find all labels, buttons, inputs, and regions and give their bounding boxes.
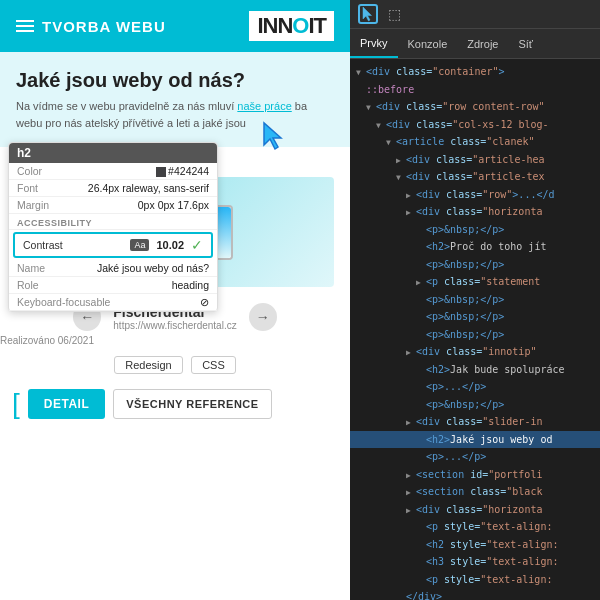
- logo-it: IT: [308, 13, 326, 38]
- dom-line: <div class="row">...</d: [350, 186, 600, 204]
- hero-text-part1: Na vídme se v webu pravidelně za nás mlu…: [16, 100, 237, 112]
- cursor-tool-icon[interactable]: [358, 4, 378, 24]
- dom-line: <div class="row content-row": [350, 98, 600, 116]
- hero-link[interactable]: naše práce: [237, 100, 291, 112]
- inspector-row-name: Name Jaké jsou weby od nás?: [9, 260, 217, 277]
- tab-konzole[interactable]: Konzole: [398, 29, 458, 58]
- dom-line: <p>&nbsp;</p>: [350, 221, 600, 239]
- dom-line: <h2>Proč do toho jít: [350, 238, 600, 256]
- dom-line: <p>...</p>: [350, 378, 600, 396]
- dom-line: <p>&nbsp;</p>: [350, 396, 600, 414]
- margin-value: 0px 0px 17.6px: [138, 199, 209, 211]
- dom-line: <p>...</p>: [350, 448, 600, 466]
- dom-tree[interactable]: <div class="container"> ::before <div cl…: [350, 59, 600, 600]
- tag-redesign[interactable]: Redesign: [114, 356, 182, 374]
- inspector-row-role: Role heading: [9, 277, 217, 294]
- dom-line: <div class="container">: [350, 63, 600, 81]
- accessibility-label: ACCESSIBILITY: [9, 214, 217, 230]
- site-logo: INNOIT: [249, 11, 334, 41]
- tag-buttons: Redesign CSS: [0, 350, 350, 380]
- keyboard-label: Keyboard-focusable: [17, 296, 110, 308]
- devtools-tabs: Prvky Konzole Zdroje Síť: [350, 29, 600, 59]
- color-value: #424244: [156, 165, 209, 177]
- dom-line: <p>&nbsp;</p>: [350, 308, 600, 326]
- inspector-row-keyboard: Keyboard-focusable ⊘: [9, 294, 217, 311]
- logo-o: O: [292, 13, 308, 38]
- inspector-tooltip: h2 Color #424244 Font 26.4px raleway, sa…: [8, 142, 218, 312]
- color-label: Color: [17, 165, 42, 177]
- margin-label: Margin: [17, 199, 49, 211]
- keyboard-value: ⊘: [200, 296, 209, 308]
- cursor-icon: [360, 6, 376, 22]
- tab-prvky[interactable]: Prvky: [350, 29, 398, 58]
- dom-line: <article class="clanek": [350, 133, 600, 151]
- cursor-pointer: [258, 121, 290, 157]
- dom-line: <p style="text-align:: [350, 518, 600, 536]
- portfolio-meta: Realizováno 06/2021: [0, 335, 350, 346]
- dom-line: <p>&nbsp;</p>: [350, 291, 600, 309]
- contrast-aa: Aa: [130, 239, 149, 251]
- dom-line: <div class="horizonta: [350, 203, 600, 221]
- name-value: Jaké jsou weby od nás?: [97, 262, 209, 274]
- dom-line: <section class="black: [350, 483, 600, 501]
- font-label: Font: [17, 182, 38, 194]
- dom-line: <div class="horizonta: [350, 501, 600, 519]
- dom-line: <div class="innotip": [350, 343, 600, 361]
- inspector-row-color: Color #424244: [9, 163, 217, 180]
- website-preview: TVORBA WEBU INNOIT Jaké jsou weby od nás…: [0, 0, 350, 600]
- font-value: 26.4px raleway, sans-serif: [88, 182, 209, 194]
- reference-button[interactable]: VŠECHNY REFERENCE: [113, 389, 271, 419]
- tab-sit[interactable]: Síť: [508, 29, 543, 58]
- dom-line: <p class="statement: [350, 273, 600, 291]
- dom-line: <div class="article-tex: [350, 168, 600, 186]
- dom-line-selected[interactable]: <h2>Jaké jsou weby od: [350, 431, 600, 449]
- dom-line: <p style="text-align:: [350, 571, 600, 589]
- site-header: TVORBA WEBU INNOIT: [0, 0, 350, 52]
- role-label: Role: [17, 279, 39, 291]
- devtools-toolbar: ⬚: [350, 0, 600, 29]
- box-tool-icon[interactable]: ⬚: [384, 4, 404, 24]
- check-icon: ✓: [191, 237, 203, 253]
- name-label: Name: [17, 262, 45, 274]
- inspector-row-margin: Margin 0px 0px 17.6px: [9, 197, 217, 214]
- hero-section: Jaké jsou weby od nás? Na vídme se v web…: [0, 52, 350, 147]
- devtools-panel: ⬚ Prvky Konzole Zdroje Síť <div class="c…: [350, 0, 600, 600]
- tag-css[interactable]: CSS: [191, 356, 236, 374]
- inspector-row-font: Font 26.4px raleway, sans-serif: [9, 180, 217, 197]
- inspector-tag: h2: [9, 143, 217, 163]
- carousel-next-button[interactable]: →: [249, 303, 277, 331]
- dom-line: ::before: [350, 81, 600, 99]
- detail-button[interactable]: DETAIL: [28, 389, 105, 419]
- dom-line: <p>&nbsp;</p>: [350, 256, 600, 274]
- color-swatch: [156, 167, 166, 177]
- dom-line: <div class="col-xs-12 blog-: [350, 116, 600, 134]
- cursor-arrow-icon: [258, 121, 290, 153]
- dom-line: <div class="slider-in: [350, 413, 600, 431]
- dom-line: <div class="article-hea: [350, 151, 600, 169]
- carousel-url: https://www.fischerdental.cz: [113, 320, 236, 331]
- action-bar: [ DETAIL VŠECHNY REFERENCE: [0, 380, 350, 428]
- dom-line: </div>: [350, 588, 600, 600]
- dom-line: <p>&nbsp;</p>: [350, 326, 600, 344]
- hero-title: Jaké jsou weby od nás?: [16, 68, 334, 92]
- header-left: TVORBA WEBU: [16, 18, 166, 35]
- dom-line: <h2 style="text-align:: [350, 536, 600, 554]
- dom-line: <h2>Jak bude spolupráce: [350, 361, 600, 379]
- dom-line: <section id="portfoli: [350, 466, 600, 484]
- tab-zdroje[interactable]: Zdroje: [457, 29, 508, 58]
- role-value: heading: [172, 279, 209, 291]
- contrast-value: 10.02: [156, 239, 184, 251]
- dom-line: <h3 style="text-align:: [350, 553, 600, 571]
- contrast-row: Contrast Aa 10.02 ✓: [13, 232, 213, 258]
- contrast-label: Contrast: [23, 239, 63, 251]
- hamburger-icon[interactable]: [16, 20, 34, 32]
- site-title: TVORBA WEBU: [42, 18, 166, 35]
- logo-inn: INN: [257, 13, 292, 38]
- left-bracket-icon: [: [12, 388, 20, 420]
